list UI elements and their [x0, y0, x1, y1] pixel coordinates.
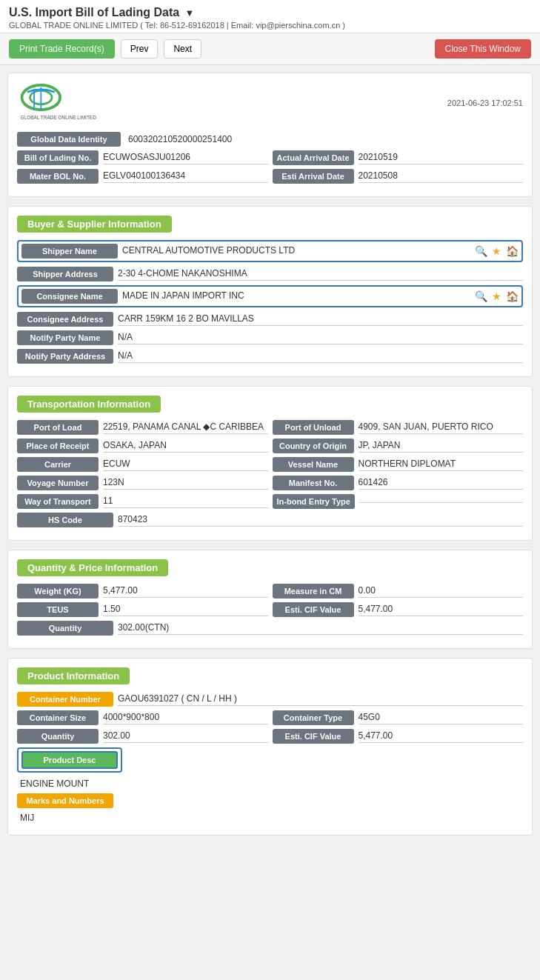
way-of-transport-label: Way of Transport [17, 494, 99, 509]
bol-value: ECUWOSASJU01206 [103, 152, 268, 164]
marks-value: MIJ [17, 811, 523, 826]
actual-arrival-label: Actual Arrival Date [273, 150, 354, 165]
hs-code-label: HS Code [17, 513, 113, 527]
quantity-prod-value: 302.00 [103, 730, 268, 743]
global-data-identity-label: Global Data Identity [17, 132, 121, 147]
notify-party-label: Notify Party Name [17, 330, 113, 345]
shipper-star-icon[interactable]: ★ [492, 245, 501, 257]
product-header: Product Information [17, 667, 130, 684]
next-button[interactable]: Next [164, 39, 201, 59]
buyer-supplier-header: Buyer & Supplier Information [17, 216, 172, 233]
consignee-search-icon[interactable]: 🔍 [475, 290, 487, 302]
port-of-unload-value: 4909, SAN JUAN, PUERTO RICO [359, 421, 524, 434]
measure-value: 0.00 [359, 585, 524, 598]
way-of-transport-value: 11 [103, 496, 268, 508]
port-of-load-value: 22519, PANAMA CANAL ◆C CARIBBEA [103, 421, 268, 434]
carrier-value: ECUW [103, 459, 268, 471]
manifest-no-value: 601426 [359, 477, 524, 490]
container-size-label: Container Size [17, 710, 99, 725]
shipper-name-label: Shipper Name [21, 244, 118, 259]
weight-value: 5,477.00 [103, 585, 268, 598]
country-of-origin-value: JP, JAPAN [359, 440, 524, 453]
prev-button[interactable]: Prev [121, 39, 159, 59]
global-data-identity-value: 600320210520000251400 [121, 134, 232, 144]
quantity-prod-label: Quantity [17, 729, 99, 744]
teus-value: 1.50 [103, 604, 268, 616]
inbond-entry-value [359, 501, 523, 503]
master-bol-value: EGLV040100136434 [103, 170, 268, 183]
transportation-header: Transportation Information [17, 396, 161, 413]
esti-cif-prod-label: Esti. CIF Value [273, 729, 354, 744]
shipper-address-label: Shipper Address [17, 267, 113, 281]
container-number-value: GAOU6391027 ( CN / L / HH ) [118, 693, 523, 706]
manifest-no-label: Manifest No. [273, 476, 354, 490]
shipper-search-icon[interactable]: 🔍 [475, 245, 487, 257]
weight-label: Weight (KG) [17, 584, 99, 599]
consignee-home-icon[interactable]: 🏠 [506, 290, 519, 302]
logo: GLOBAL TRADE ONLINE LIMITED [17, 82, 106, 123]
product-desc-value: ENGINE MOUNT [17, 777, 523, 793]
place-of-receipt-value: OSAKA, JAPAN [103, 440, 268, 453]
vessel-name-value: NORTHERN DIPLOMAT [359, 459, 524, 471]
container-number-label: Container Number [17, 692, 113, 707]
container-type-value: 45G0 [359, 712, 524, 724]
product-desc-label: Product Desc [21, 751, 118, 769]
consignee-star-icon[interactable]: ★ [492, 290, 501, 302]
bol-label: Bill of Lading No. [17, 150, 99, 165]
close-window-button[interactable]: Close This Window [435, 39, 531, 59]
consignee-address-value: CARR 159KM 16 2 BO MAVILLAS [118, 313, 523, 326]
container-size-value: 4000*900*800 [103, 712, 268, 724]
esti-arrival-value: 20210508 [359, 170, 524, 183]
timestamp: 2021-06-23 17:02:51 [447, 99, 523, 107]
esti-arrival-label: Esti Arrival Date [273, 169, 354, 184]
measure-label: Measure in CM [273, 584, 354, 599]
consignee-name-value: MADE IN JAPAN IMPORT INC [122, 290, 470, 302]
print-button[interactable]: Print Trade Record(s) [9, 39, 115, 59]
esti-cif-qp-value: 5,477.00 [359, 604, 524, 616]
port-of-load-label: Port of Load [17, 420, 99, 435]
notify-party-address-label: Notify Party Address [17, 349, 113, 364]
voyage-number-value: 123N [103, 477, 268, 490]
notify-party-address-value: N/A [118, 350, 523, 363]
marks-label[interactable]: Marks and Numbers [17, 793, 113, 808]
carrier-label: Carrier [17, 457, 99, 472]
actual-arrival-value: 20210519 [359, 152, 523, 164]
inbond-entry-label: In-bond Entry Type [273, 494, 355, 509]
page-subtitle: GLOBAL TRADE ONLINE LIMITED ( Tel: 86-51… [9, 21, 531, 30]
consignee-name-label: Consignee Name [21, 289, 118, 304]
svg-text:GLOBAL TRADE ONLINE LIMITED: GLOBAL TRADE ONLINE LIMITED [21, 115, 97, 120]
quantity-qp-label: Quantity [17, 621, 113, 636]
voyage-number-label: Voyage Number [17, 476, 99, 490]
shipper-address-value: 2-30 4-CHOME NAKANOSHIMA [118, 268, 523, 281]
place-of-receipt-label: Place of Receipt [17, 439, 99, 453]
shipper-name-value: CENTRAL AUTOMOTIVE PRODUCTS LTD [122, 245, 470, 257]
master-bol-label: Mater BOL No. [17, 169, 99, 184]
notify-party-value: N/A [118, 332, 523, 344]
port-of-unload-label: Port of Unload [273, 420, 354, 435]
hs-code-value: 870423 [118, 514, 523, 527]
consignee-address-label: Consignee Address [17, 312, 113, 327]
quantity-price-header: Quantity & Price Information [17, 559, 168, 576]
country-of-origin-label: Country of Origin [273, 439, 354, 453]
container-type-label: Container Type [273, 710, 354, 725]
dropdown-arrow-icon[interactable]: ▼ [185, 7, 195, 19]
vessel-name-label: Vessel Name [273, 457, 354, 472]
shipper-home-icon[interactable]: 🏠 [506, 245, 519, 257]
esti-cif-prod-value: 5,477.00 [359, 730, 524, 743]
esti-cif-qp-label: Esti. CIF Value [273, 602, 354, 617]
page-title: U.S. Import Bill of Lading Data [9, 6, 179, 19]
quantity-qp-value: 302.00(CTN) [118, 622, 523, 635]
teus-label: TEUS [17, 602, 99, 617]
